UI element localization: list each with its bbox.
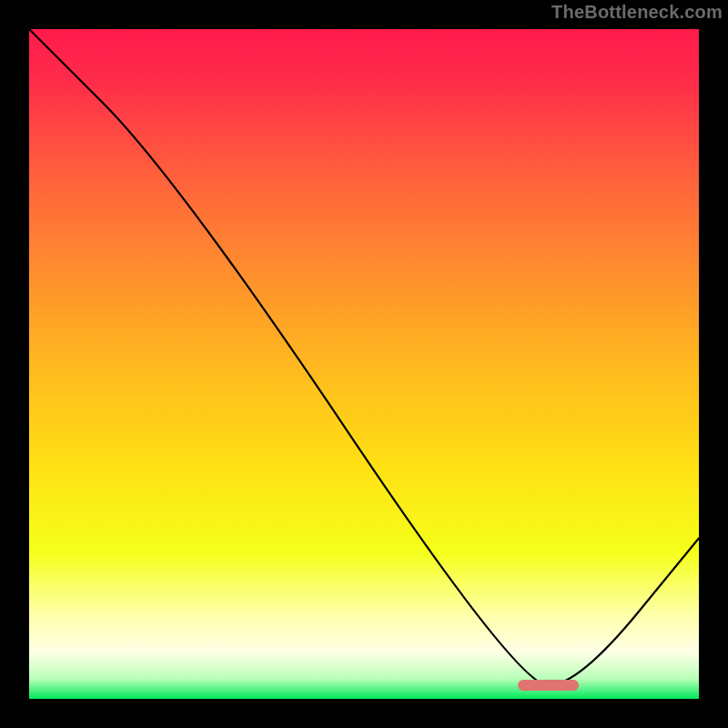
bottleneck-curve <box>29 29 699 699</box>
chart-canvas: TheBottleneck.com <box>0 0 728 728</box>
optimal-range-marker <box>518 680 578 691</box>
plot-area <box>29 29 699 699</box>
watermark-text: TheBottleneck.com <box>551 2 723 23</box>
